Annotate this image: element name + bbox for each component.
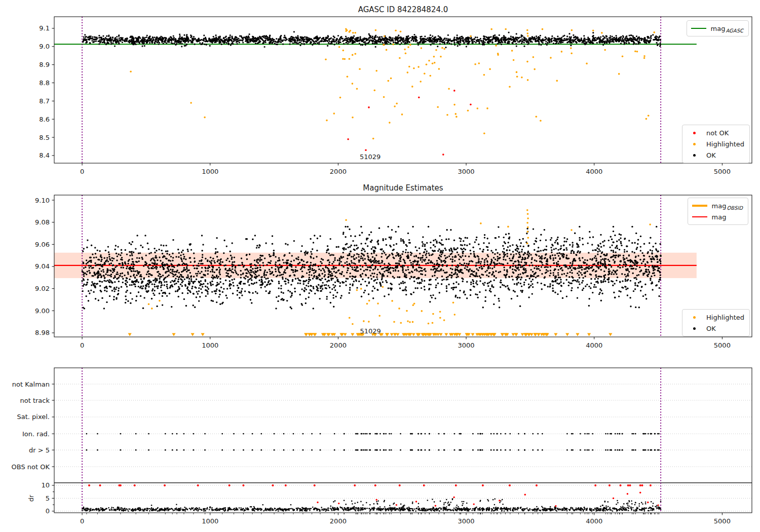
x-tick-label: 0 bbox=[80, 517, 84, 525]
dr-tick-label: 5 bbox=[46, 495, 50, 502]
legend-entry: OK bbox=[687, 149, 744, 161]
legend-label: magAGASC bbox=[711, 25, 743, 32]
legend-label: OK bbox=[706, 151, 716, 159]
line-swatch bbox=[691, 28, 706, 29]
obsid-annotation: 51029 bbox=[360, 327, 381, 335]
x-tick-label: 3000 bbox=[458, 341, 475, 349]
y-tick-label: 9.10 bbox=[35, 197, 50, 204]
legend-entry: OK bbox=[687, 323, 744, 334]
dr-tick-label: 0 bbox=[46, 507, 50, 515]
line-swatch bbox=[692, 205, 707, 207]
not-ok-points bbox=[347, 90, 471, 156]
flag-category-label: not track bbox=[20, 397, 50, 404]
legend-label-subscript: OBSID bbox=[727, 205, 743, 211]
x-tick-label: 0 bbox=[80, 168, 84, 175]
x-tick-label: 2000 bbox=[330, 517, 347, 525]
flag-category-label: not Kalman bbox=[12, 381, 50, 388]
legend-label: mag bbox=[712, 213, 727, 221]
legend-line-sample bbox=[691, 28, 706, 29]
legend-line-sample bbox=[692, 216, 707, 218]
y-tick-label: 9.1 bbox=[39, 24, 50, 32]
x-tick-label: 4000 bbox=[586, 168, 602, 175]
dr-tick-label: 10 bbox=[41, 481, 50, 489]
subplot-0: 510290100020003000400050008.48.58.68.78.… bbox=[39, 5, 752, 175]
y-tick-label: 9.08 bbox=[35, 218, 50, 226]
y-tick-label: 9.06 bbox=[35, 241, 50, 248]
legend-entry: Highlighted bbox=[687, 312, 744, 323]
x-tick-label: 2000 bbox=[330, 168, 347, 175]
legend-label-subscript: AGASC bbox=[726, 28, 743, 33]
legend-entry: mag bbox=[692, 211, 743, 222]
dot-swatch bbox=[693, 316, 696, 319]
highlighted-points bbox=[130, 28, 655, 140]
y-tick-label: 8.5 bbox=[39, 134, 50, 141]
x-tick-label: 5000 bbox=[714, 341, 731, 349]
flag-category-label: Ion. rad. bbox=[22, 430, 50, 438]
subplot-1: 510290100020003000400050008.989.009.029.… bbox=[35, 0, 752, 349]
legend-label-main: mag bbox=[711, 25, 726, 32]
dot-swatch bbox=[693, 132, 696, 134]
legend-label: magOBSID bbox=[712, 202, 743, 210]
y-tick-label: 8.7 bbox=[39, 97, 50, 105]
dot-swatch bbox=[693, 143, 696, 145]
axes-frame bbox=[54, 368, 752, 513]
legend-status-top-plot: not OKHighlightedOK bbox=[682, 125, 750, 163]
flag-category-label: Sat. pixel. bbox=[17, 413, 50, 421]
x-tick-label: 3000 bbox=[458, 517, 475, 525]
dot-swatch bbox=[693, 154, 696, 157]
legend-dot-sample bbox=[687, 132, 702, 134]
legend-dot-sample bbox=[687, 316, 702, 319]
dr-ok-points bbox=[82, 498, 661, 512]
subplot-2: 010002000300040005000not Kalmannot track… bbox=[12, 368, 752, 525]
legend-entry: not OK bbox=[687, 127, 744, 138]
x-tick-label: 1000 bbox=[202, 168, 218, 175]
legend-mag-agasc: magAGASC bbox=[687, 20, 749, 36]
legend-dot-sample bbox=[687, 154, 702, 157]
x-tick-label: 1000 bbox=[202, 517, 218, 525]
legend-label-main: mag bbox=[712, 213, 727, 221]
legend-entry: magOBSID bbox=[692, 200, 743, 211]
legend-label: not OK bbox=[706, 129, 729, 137]
plot-title-0: AGASC ID 842284824.0 bbox=[358, 5, 448, 14]
y-tick-label: 8.6 bbox=[39, 116, 50, 123]
ok-points bbox=[82, 31, 661, 48]
y-tick-label: 9.02 bbox=[35, 285, 50, 292]
y-tick-label: 8.8 bbox=[39, 79, 50, 87]
x-tick-label: 0 bbox=[80, 341, 84, 349]
legend-entry: Highlighted bbox=[687, 138, 744, 149]
x-tick-label: 5000 bbox=[714, 517, 731, 525]
flag-category-label: OBS not OK bbox=[12, 463, 50, 471]
legend-status-middle-plot: HighlightedOK bbox=[682, 309, 750, 336]
x-tick-label: 2000 bbox=[330, 341, 347, 349]
legend-label: OK bbox=[706, 325, 716, 332]
y-tick-label: 9.0 bbox=[39, 43, 50, 50]
legend-label: Highlighted bbox=[706, 140, 744, 148]
y-tick-label: 8.9 bbox=[39, 61, 50, 68]
y-tick-label: 9.04 bbox=[35, 262, 50, 270]
legend-mag-lines: magOBSIDmag bbox=[688, 198, 748, 225]
legend-dot-sample bbox=[687, 143, 702, 145]
y-tick-label: 8.4 bbox=[39, 151, 50, 159]
y-tick-label: 9.00 bbox=[35, 307, 50, 315]
legend-entry: magAGASC bbox=[691, 23, 743, 34]
x-tick-label: 4000 bbox=[586, 341, 602, 349]
dr-axis-label: dr bbox=[27, 495, 35, 502]
plot-title-1: Magnitude Estimates bbox=[363, 183, 443, 193]
ok-points bbox=[81, 226, 661, 310]
obsid-annotation: 51029 bbox=[360, 153, 381, 161]
plots-canvas: 510290100020003000400050008.48.58.68.78.… bbox=[0, 0, 760, 532]
x-tick-label: 5000 bbox=[714, 168, 731, 175]
x-tick-label: 4000 bbox=[586, 517, 602, 525]
x-tick-label: 1000 bbox=[202, 341, 218, 349]
legend-line-sample bbox=[692, 205, 707, 207]
legend-label: Highlighted bbox=[706, 314, 744, 321]
legend-dot-sample bbox=[687, 327, 702, 330]
dot-swatch bbox=[693, 327, 696, 330]
figure: 510290100020003000400050008.48.58.68.78.… bbox=[0, 0, 760, 532]
legend-label-main: mag bbox=[712, 202, 727, 210]
line-swatch bbox=[692, 216, 707, 218]
flag-category-label: dr > 5 bbox=[29, 446, 50, 454]
y-tick-label: 8.98 bbox=[35, 329, 50, 336]
x-tick-label: 3000 bbox=[458, 168, 475, 175]
